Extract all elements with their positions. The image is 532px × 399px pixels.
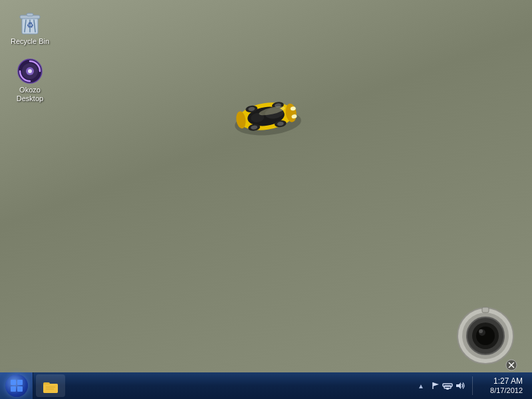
svg-rect-53 [443, 384, 452, 386]
svg-rect-41 [17, 380, 23, 385]
tray-icons-area [428, 381, 468, 390]
svg-marker-50 [433, 382, 439, 386]
svg-rect-42 [11, 386, 16, 392]
okozo-icon [17, 58, 43, 84]
desktop [0, 0, 532, 372]
tray-divider [472, 376, 473, 395]
clock-area[interactable]: 1:27 AM 8/17/2012 [477, 375, 527, 396]
svg-text:♻: ♻ [27, 21, 34, 30]
recycle-bin-icon-item[interactable]: ♻ Recycle Bin [7, 7, 53, 49]
clock-time: 1:27 AM [493, 376, 523, 386]
taskbar-item-explorer[interactable] [36, 374, 65, 397]
svg-rect-2 [27, 13, 33, 16]
svg-rect-36 [482, 307, 489, 313]
clock-date: 8/17/2012 [490, 386, 523, 395]
start-button[interactable] [0, 372, 33, 399]
svg-rect-43 [17, 386, 23, 392]
tray-volume-icon[interactable] [455, 381, 466, 390]
svg-marker-54 [456, 382, 461, 389]
svg-point-33 [476, 327, 495, 345]
camera-widget[interactable] [456, 306, 515, 366]
okozo-desktop-icon-item[interactable]: OkozoDesktop [7, 55, 53, 106]
camera-close-button[interactable] [505, 359, 517, 371]
system-tray: ▲ [412, 372, 532, 399]
recycle-bin-label: Recycle Bin [11, 37, 49, 46]
svg-rect-40 [11, 380, 16, 385]
okozo-desktop-label: OkozoDesktop [17, 86, 43, 103]
svg-rect-46 [43, 384, 58, 393]
car-sprite [223, 96, 309, 143]
taskbar-items [33, 372, 412, 399]
tray-show-hidden-button[interactable]: ▲ [418, 382, 424, 390]
tray-network-icon[interactable] [442, 381, 453, 390]
recycle-bin-icon: ♻ [17, 9, 43, 36]
start-orb [5, 374, 28, 397]
svg-point-35 [479, 329, 483, 333]
taskbar: ▲ [0, 372, 532, 399]
tray-flag-icon[interactable] [431, 381, 440, 390]
svg-point-10 [28, 69, 32, 73]
desktop-icons-area: ♻ Recycle Bin OkozoDesktop [7, 7, 53, 106]
